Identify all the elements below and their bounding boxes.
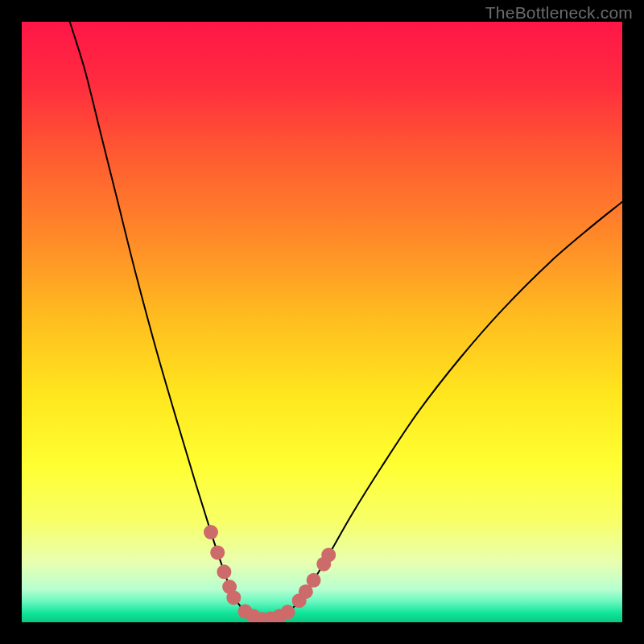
marker-dot bbox=[307, 573, 321, 588]
marker-dot bbox=[280, 605, 295, 619]
plot-svg bbox=[22, 22, 622, 622]
marker-dot bbox=[321, 547, 336, 562]
marker-dot bbox=[210, 545, 225, 559]
marker-dot bbox=[217, 564, 231, 579]
marker-dot bbox=[226, 590, 241, 605]
marker-dot bbox=[204, 525, 218, 539]
gradient-background bbox=[22, 22, 622, 622]
watermark-text: TheBottleneck.com bbox=[485, 3, 633, 23]
chart-stage: TheBottleneck.com bbox=[0, 0, 644, 644]
plot-area bbox=[22, 22, 622, 622]
